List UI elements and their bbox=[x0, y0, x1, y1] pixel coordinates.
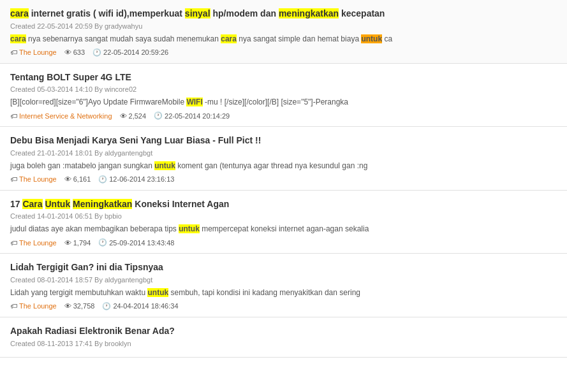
post-updated: 🕐24-04-2014 18:46:34 bbox=[102, 302, 178, 310]
post-title[interactable]: Lidah Tergigit Gan? ini dia Tipsnyaa bbox=[10, 261, 557, 274]
tag-icon: 🏷 bbox=[10, 175, 17, 183]
tag-icon: 🏷 bbox=[10, 302, 17, 310]
post-author-link[interactable]: bpbio bbox=[105, 212, 122, 220]
updated-time: 22-05-2014 20:14:29 bbox=[165, 112, 230, 120]
eye-icon: 👁 bbox=[64, 48, 71, 56]
post-tag: 🏷The Lounge bbox=[10, 239, 57, 247]
views-count: 633 bbox=[73, 48, 85, 56]
post-title-link[interactable]: Lidah Tergigit Gan? ini dia Tipsnyaa bbox=[10, 262, 163, 272]
post-list: cara internet gratis ( wifi id),memperku… bbox=[0, 0, 567, 358]
post-title[interactable]: Tentang BOLT Super 4G LTE bbox=[10, 71, 557, 84]
updated-time: 24-04-2014 18:46:34 bbox=[113, 302, 178, 310]
post-author-link[interactable]: brooklyn bbox=[105, 340, 131, 347]
post-meta: Created 08-11-2013 17:41 By brooklyn bbox=[10, 340, 557, 347]
post-title[interactable]: Apakah Radiasi Elektronik Benar Ada? bbox=[10, 325, 557, 338]
clock-icon: 🕐 bbox=[102, 302, 111, 310]
post-author-link[interactable]: wincore02 bbox=[105, 85, 136, 93]
post-author-link[interactable]: aldygantengbgt bbox=[105, 276, 152, 284]
post-updated: 🕐25-09-2014 13:43:48 bbox=[98, 238, 174, 247]
post-footer: 🏷The Lounge👁633🕐22-05-2014 20:59:26 bbox=[10, 48, 557, 57]
post-footer: 🏷The Lounge👁1,794🕐25-09-2014 13:43:48 bbox=[10, 238, 557, 247]
eye-icon: 👁 bbox=[64, 239, 71, 247]
post-views: 👁2,524 bbox=[120, 112, 147, 120]
post-views: 👁32,758 bbox=[64, 302, 95, 310]
post-tag: 🏷The Lounge bbox=[10, 48, 57, 56]
post-footer: 🏷The Lounge👁6,161🕐12-06-2014 23:16:13 bbox=[10, 175, 557, 184]
post-tag-link[interactable]: The Lounge bbox=[19, 302, 57, 310]
post-title-link[interactable]: Debu Bisa Menjadi Karya Seni Yang Luar B… bbox=[10, 135, 261, 145]
post-footer: 🏷The Lounge👁32,758🕐24-04-2014 18:46:34 bbox=[10, 302, 557, 310]
post-views: 👁1,794 bbox=[64, 239, 91, 247]
post-item: 17 Cara Untuk Meningkatkan Koneksi Inter… bbox=[0, 191, 567, 254]
post-author-link[interactable]: aldygantengbgt bbox=[105, 149, 152, 157]
post-item: cara internet gratis ( wifi id),memperku… bbox=[0, 0, 567, 64]
post-title-link[interactable]: Apakah Radiasi Elektronik Benar Ada? bbox=[10, 326, 175, 336]
post-excerpt: Lidah yang tergigit membutuhkan waktu un… bbox=[10, 287, 557, 298]
post-updated: 🕐22-05-2014 20:59:26 bbox=[92, 48, 168, 57]
post-views: 👁633 bbox=[64, 48, 85, 56]
updated-time: 12-06-2014 23:16:13 bbox=[109, 175, 174, 183]
views-count: 2,524 bbox=[129, 112, 147, 120]
clock-icon: 🕐 bbox=[154, 112, 163, 120]
tag-icon: 🏷 bbox=[10, 48, 17, 56]
post-excerpt: [B][color=red][size="6"]Ayo Update Firmw… bbox=[10, 96, 557, 108]
post-item: Debu Bisa Menjadi Karya Seni Yang Luar B… bbox=[0, 127, 567, 191]
post-title-link[interactable]: 17 Cara Untuk Meningkatkan Koneksi Inter… bbox=[10, 199, 229, 209]
post-title[interactable]: cara internet gratis ( wifi id),memperku… bbox=[10, 8, 557, 20]
post-meta: Created 14-01-2014 06:51 By bpbio bbox=[10, 212, 557, 220]
post-excerpt: cara nya sebenarnya sangat mudah saya su… bbox=[10, 33, 557, 45]
post-tag: 🏷Internet Service & Networking bbox=[10, 112, 112, 120]
updated-time: 22-05-2014 20:59:26 bbox=[103, 48, 168, 56]
eye-icon: 👁 bbox=[64, 302, 71, 310]
eye-icon: 👁 bbox=[120, 112, 127, 120]
views-count: 6,161 bbox=[73, 175, 91, 183]
clock-icon: 🕐 bbox=[98, 175, 107, 184]
eye-icon: 👁 bbox=[64, 175, 71, 183]
updated-time: 25-09-2014 13:43:48 bbox=[109, 239, 174, 247]
post-tag: 🏷The Lounge bbox=[10, 175, 57, 183]
views-count: 1,794 bbox=[73, 239, 91, 247]
views-count: 32,758 bbox=[73, 302, 95, 310]
post-tag-link[interactable]: The Lounge bbox=[19, 48, 57, 56]
post-meta: Created 21-01-2014 18:01 By aldygantengb… bbox=[10, 149, 557, 157]
post-footer: 🏷Internet Service & Networking👁2,524🕐22-… bbox=[10, 112, 557, 120]
post-updated: 🕐22-05-2014 20:14:29 bbox=[154, 112, 230, 120]
post-author-link[interactable]: gradywahyu bbox=[105, 22, 142, 30]
post-meta: Created 05-03-2014 14:10 By wincore02 bbox=[10, 85, 557, 93]
post-meta: Created 22-05-2014 20:59 By gradywahyu bbox=[10, 22, 557, 30]
clock-icon: 🕐 bbox=[92, 48, 101, 57]
post-excerpt: juga boleh gan :matabelo jangan sungkan … bbox=[10, 160, 557, 171]
post-item: Apakah Radiasi Elektronik Benar Ada?Crea… bbox=[0, 317, 567, 358]
post-tag-link[interactable]: Internet Service & Networking bbox=[19, 112, 112, 120]
post-item: Lidah Tergigit Gan? ini dia TipsnyaaCrea… bbox=[0, 254, 567, 317]
post-tag: 🏷The Lounge bbox=[10, 302, 57, 310]
clock-icon: 🕐 bbox=[98, 238, 107, 247]
tag-icon: 🏷 bbox=[10, 112, 17, 120]
post-tag-link[interactable]: The Lounge bbox=[19, 239, 57, 247]
post-title[interactable]: Debu Bisa Menjadi Karya Seni Yang Luar B… bbox=[10, 134, 557, 147]
post-tag-link[interactable]: The Lounge bbox=[19, 175, 57, 183]
post-item: Tentang BOLT Super 4G LTECreated 05-03-2… bbox=[0, 64, 567, 127]
post-title-link[interactable]: Tentang BOLT Super 4G LTE bbox=[10, 72, 131, 82]
post-updated: 🕐12-06-2014 23:16:13 bbox=[98, 175, 174, 184]
post-title[interactable]: 17 Cara Untuk Meningkatkan Koneksi Inter… bbox=[10, 198, 557, 211]
post-title-link[interactable]: cara internet gratis ( wifi id),memperku… bbox=[10, 8, 385, 18]
post-meta: Created 08-01-2014 18:57 By aldygantengb… bbox=[10, 276, 557, 284]
post-views: 👁6,161 bbox=[64, 175, 91, 183]
post-excerpt: judul diatas aye akan membagikan beberap… bbox=[10, 223, 557, 235]
tag-icon: 🏷 bbox=[10, 239, 17, 247]
